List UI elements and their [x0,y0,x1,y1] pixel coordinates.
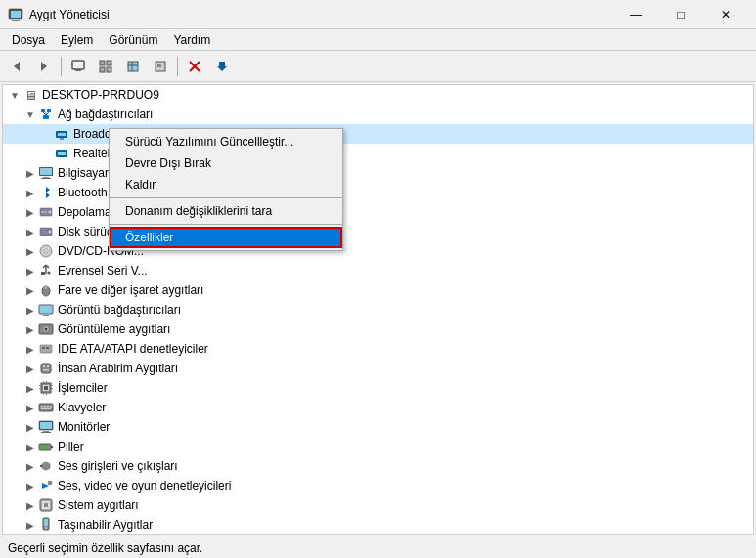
portable-icon [38,517,54,533]
svg-rect-74 [43,393,44,395]
tree-root[interactable]: ▼ 🖥 DESKTOP-PRRDUO9 [3,85,753,105]
toolbar-btn-3[interactable] [66,54,91,79]
menu-eylem[interactable]: Eylem [53,31,101,49]
tree-item-multimedia[interactable]: ▶ Ses, video ve oyun denetleyicileri [3,476,753,495]
svg-rect-28 [60,138,64,140]
tree-item-processors[interactable]: ▶ İşlemciler [3,378,753,398]
tree-item-keyboard[interactable]: ▶ Klavyeler [3,398,753,417]
expand-storage[interactable]: ▶ [22,204,38,220]
expand-bluetooth[interactable]: ▶ [22,185,38,200]
toolbar [0,51,756,82]
expand-audio-io[interactable]: ▶ [22,458,38,474]
ctx-sep-2 [110,224,342,225]
svg-rect-62 [43,365,45,367]
tree-item-imaging[interactable]: ▶ Görüntüleme aygıtları [3,320,753,339]
expand-processors[interactable]: ▶ [22,380,38,396]
toolbar-btn-6[interactable] [148,54,173,79]
keyboard-label: Klavyeler [58,401,106,414]
delete-button[interactable] [182,54,207,79]
svg-rect-78 [44,406,46,408]
ctx-update-driver[interactable]: Sürücü Yazılımını Güncellleştir... [110,131,342,152]
svg-rect-89 [40,465,42,467]
expand-computer[interactable]: ▶ [22,165,38,181]
tree-item-system[interactable]: ▶ Sistem aygıtları [3,495,753,515]
svg-rect-32 [40,168,52,175]
ctx-scan[interactable]: Donanım değişikliklerini tara [110,200,342,222]
svg-rect-70 [51,385,53,386]
svg-point-48 [48,272,51,275]
usb-label: Evrensel Seri V... [58,264,148,278]
forward-button[interactable] [31,54,57,79]
expand-dvd[interactable]: ▶ [22,243,38,259]
tree-item-monitors[interactable]: ▶ Monitörler [3,417,753,437]
tree-item-ide[interactable]: ▶ IDE ATA/ATAPI denetleyiciler [3,339,753,359]
svg-rect-75 [46,393,47,395]
mouse-label: Fare ve diğer işaret aygıtları [58,283,203,297]
tree-view[interactable]: ▼ 🖥 DESKTOP-PRRDUO9 ▼ Ağ bağdaştırıcılar… [2,84,754,535]
dvd-icon [38,243,54,259]
status-bar: Geçerli seçimin özellik sayfasını açar. [0,537,756,558]
svg-rect-20 [43,115,49,119]
display-adapter-icon [38,302,54,318]
battery-icon [38,439,54,454]
expand-network[interactable]: ▼ [22,107,38,122]
broadcom-icon [54,126,69,142]
svg-rect-9 [107,61,111,65]
svg-rect-71 [51,388,53,389]
svg-rect-93 [44,503,48,507]
menu-gorunum[interactable]: Görünüm [101,31,165,49]
svg-point-90 [48,481,52,485]
expand-broadcom [38,126,54,142]
expand-usb[interactable]: ▶ [22,263,38,279]
tree-item-mouse[interactable]: ▶ Fare ve diğer işaret aygıtları [3,280,753,300]
svg-rect-81 [41,408,51,410]
menu-yardim[interactable]: Yardım [165,31,218,49]
expand-realtek [38,146,54,161]
tree-item-audio-io[interactable]: ▶ Ses girişleri ve çıkışları [3,456,753,476]
tree-item-usb[interactable]: ▶ Evrensel Seri V... [3,261,753,280]
toolbar-btn-5[interactable] [120,54,146,79]
tree-item-display-adapter[interactable]: ▶ Görüntü bağdaştırıcıları [3,300,753,320]
expand-keyboard[interactable]: ▶ [22,400,38,415]
maximize-button[interactable]: □ [658,0,703,29]
download-button[interactable] [209,54,235,79]
back-button[interactable] [4,54,29,79]
expand-multimedia[interactable]: ▶ [22,478,38,494]
minimize-button[interactable]: — [613,0,658,29]
expand-display-adapter[interactable]: ▶ [22,302,38,318]
svg-rect-10 [100,67,105,72]
expand-monitors[interactable]: ▶ [22,419,38,435]
ctx-disable[interactable]: Devre Dışı Bırak [110,152,342,174]
expand-mouse[interactable]: ▶ [22,282,38,298]
expand-portable[interactable]: ▶ [22,517,38,533]
monitors-label: Monitörler [58,420,110,434]
expand-ide[interactable]: ▶ [22,341,38,357]
expand-root[interactable]: ▼ [7,87,22,103]
svg-rect-67 [44,386,48,390]
svg-point-40 [49,231,52,234]
processors-icon [38,380,54,396]
tree-item-portable[interactable]: ▶ Taşınabilir Aygıtlar [3,515,753,535]
close-button[interactable]: ✕ [703,0,748,29]
expand-hid[interactable]: ▶ [22,361,38,376]
expand-imaging[interactable]: ▶ [22,322,38,337]
svg-rect-79 [47,406,49,408]
expand-system[interactable]: ▶ [22,497,38,513]
tree-item-network-group[interactable]: ▼ Ağ bağdaştırıcıları [3,105,753,124]
ctx-properties[interactable]: Özellikler [110,227,342,248]
svg-rect-12 [128,62,138,71]
svg-rect-33 [43,177,49,178]
tree-item-battery[interactable]: ▶ Piller [3,437,753,456]
tree-item-hid[interactable]: ▶ İnsan Arabirim Aygıtları [3,359,753,378]
svg-rect-53 [40,306,52,313]
svg-marker-19 [217,62,227,71]
expand-battery[interactable]: ▶ [22,439,38,454]
svg-point-51 [45,286,48,289]
toolbar-btn-4[interactable] [93,54,118,79]
svg-rect-88 [40,445,47,449]
menu-dosya[interactable]: Dosya [4,31,53,49]
expand-disk[interactable]: ▶ [22,224,38,239]
hid-icon [38,361,54,376]
ctx-remove[interactable]: Kaldır [110,174,342,195]
svg-rect-64 [43,369,49,371]
